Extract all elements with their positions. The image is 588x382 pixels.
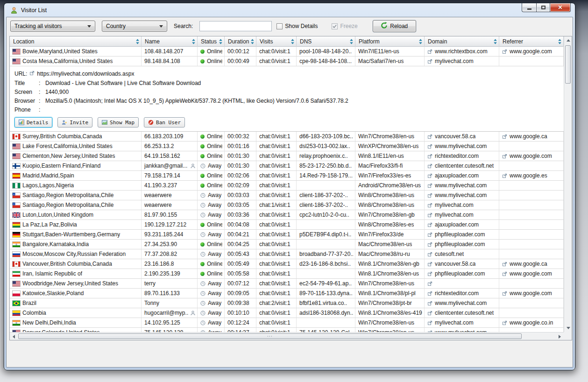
domain-link[interactable]: clientcenter.cutesoft.net [427, 163, 494, 169]
vertical-scrollbar-thumb[interactable] [565, 45, 571, 84]
referrer-link[interactable]: www.google.com [502, 153, 552, 159]
details-button[interactable]: Details [14, 117, 52, 127]
horizontal-scrollbar[interactable] [10, 332, 564, 340]
domain-link[interactable]: richtexteditor.com [427, 153, 479, 159]
visitor-row[interactable]: Bowie,Maryland,United States108.48.148.2… [10, 47, 564, 57]
visitor-row[interactable]: Luton,Luton,United Kingdom81.97.90.155Aw… [10, 210, 564, 220]
column-header-domain[interactable]: Domain [425, 36, 499, 47]
column-header-platform[interactable]: Platform [355, 36, 425, 47]
scroll-down-button[interactable] [564, 324, 572, 332]
detail-field-phone: Phone: [14, 105, 564, 114]
location-text: Woodbridge,New Jersey,United States [22, 280, 118, 287]
cell-domain: richtexteditor.com [425, 289, 499, 298]
visitor-row[interactable]: Santiago,Region Metropolitana,Chileweaer… [10, 200, 564, 210]
visitor-row[interactable]: Surrey,British Columbia,Canada66.183.203… [10, 132, 564, 141]
referrer-link[interactable]: www.google.es [502, 172, 547, 179]
visitor-row[interactable]: Iran, Islamic Republic of2.190.235.139On… [10, 269, 564, 279]
domain-link[interactable]: mylivechat.com [427, 202, 474, 208]
ban-user-button[interactable]: Ban User [144, 117, 185, 127]
visitor-row[interactable]: Colombiahugocarril@myp..Away00:10:10chat… [10, 308, 564, 318]
search-input[interactable] [199, 21, 272, 31]
tracking-filter-dropdown[interactable]: Tracking all visitors [10, 21, 95, 32]
column-header-dns[interactable]: DNS [297, 36, 355, 47]
duration-text: 00:02:09 [227, 182, 249, 189]
domain-link[interactable]: phpfileuploader.com [427, 270, 485, 277]
referrer-link[interactable]: www.google.ca [502, 133, 547, 140]
show-details-checkbox[interactable]: Show Details [276, 23, 318, 29]
visitor-row[interactable]: Clementon,New Jersey,United States64.19.… [10, 151, 564, 161]
visitor-url-link[interactable]: https://mylivechat.com/downloads.aspx [37, 71, 134, 77]
visitor-row[interactable]: Kuopio,Eastern Finland,Finlandjankkan@gm… [10, 161, 564, 171]
external-link-icon [502, 271, 507, 276]
domain-link[interactable]: ajaxuploader.com [427, 172, 479, 179]
invite-button[interactable]: Invite [57, 117, 92, 127]
scroll-left-button[interactable] [10, 332, 18, 340]
domain-link[interactable]: vancouver.58.ca [427, 133, 475, 140]
horizontal-scrollbar-thumb[interactable] [18, 333, 522, 339]
reload-button[interactable]: Reload [373, 20, 416, 32]
visitor-row[interactable]: Bangalore,Karnataka,India27.34.253.90Onl… [10, 240, 564, 249]
maximize-button[interactable] [536, 3, 550, 12]
dns-text: dsl253-013-002.lax.. [299, 143, 350, 149]
column-header-visits[interactable]: Visits [256, 36, 297, 47]
domain-link[interactable]: phpfileuploader.com [427, 231, 485, 238]
referrer-link[interactable]: www.google.com [502, 48, 552, 55]
visitor-row[interactable]: Moscow,Moscow City,Russian Federation77.… [10, 249, 564, 259]
domain-link[interactable]: clientcenter.cutesoft.net [427, 310, 494, 316]
cell-domain: mylivechat.com [425, 210, 499, 219]
duration-text: 00:09:05 [227, 290, 249, 297]
domain-link[interactable]: www.mylivechat.com [427, 300, 487, 306]
referrer-link[interactable]: www.google.co.in [502, 319, 553, 326]
domain-link[interactable]: vancouver.58.ca [427, 261, 475, 267]
location-text: Madrid,Madrid,Spain [22, 172, 74, 179]
show-map-button[interactable]: Show Map [98, 117, 139, 127]
detail-field-label: Screen [14, 89, 39, 95]
scroll-up-button[interactable] [564, 36, 572, 44]
vertical-scrollbar[interactable] [564, 36, 572, 332]
visitor-row[interactable]: Woodbridge,New Jersey,United Statesterry… [10, 279, 564, 289]
column-header-location[interactable]: Location [10, 36, 142, 47]
platform-text: Win8/Chrome38/en-us [358, 192, 414, 198]
domain-link[interactable]: www.mylivechat.com [427, 182, 487, 189]
visitor-row[interactable]: Stuttgart,Baden-Wurttemberg,Germany93.23… [10, 230, 564, 240]
referrer-link[interactable]: www.google.com [502, 270, 552, 277]
referrer-link[interactable]: www.google.com [502, 290, 552, 297]
domain-link[interactable]: mylivechat.com [427, 58, 474, 64]
domain-link[interactable]: cutesoft.net [427, 251, 464, 257]
column-header-referrer[interactable]: Referrer [499, 36, 564, 47]
visitor-row[interactable]: Costa Mesa,California,United States98.14… [10, 57, 564, 66]
minimize-button[interactable] [522, 3, 536, 12]
visitor-row[interactable]: Vancouver,British Columbia,Canada23.16.1… [10, 259, 564, 269]
domain-link[interactable]: mylivechat.com [427, 212, 474, 218]
domain-link[interactable]: www.mylivechat.com [427, 143, 487, 149]
cell-visits: chat:0/visit:1 [256, 141, 297, 151]
domain-link[interactable]: richtexteditor.com [427, 290, 479, 297]
visitor-row[interactable]: Santiago,Region Metropolitana,Chileweaer… [10, 191, 564, 200]
visitor-row[interactable]: BrazilTonnyAway00:09:38chat:2/visit:1bfb… [10, 298, 564, 308]
visitor-row[interactable]: New Delhi,Delhi,India14.102.95.125Away00… [10, 318, 564, 328]
domain-link[interactable] [427, 281, 435, 286]
visitor-row[interactable]: Lake Forest,California,United States66.2… [10, 141, 564, 151]
domain-link[interactable]: www.mylivechat.com [427, 192, 487, 198]
visitor-row[interactable]: Madrid,Madrid,Spain79.158.179.14Online00… [10, 171, 564, 181]
away-clock-icon [200, 281, 205, 286]
visitor-row[interactable]: Katowice,Slaskie,Poland89.70.116.133Away… [10, 289, 564, 298]
referrer-link[interactable]: www.google.ca [502, 261, 547, 267]
cell-domain [425, 279, 499, 288]
column-header-duration[interactable]: Duration [225, 36, 256, 47]
domain-link[interactable]: ajaxuploader.com [427, 221, 479, 228]
domain-link[interactable]: phpfileuploader.com [427, 241, 485, 248]
domain-link[interactable]: mylivechat.com [427, 319, 474, 326]
group-by-dropdown[interactable]: Country [102, 21, 167, 32]
cell-referrer [499, 240, 564, 249]
domain-link[interactable]: www.richtextbox.com [427, 48, 488, 55]
column-header-status[interactable]: Status [198, 36, 225, 47]
scroll-right-button[interactable] [556, 332, 564, 340]
cell-location: Costa Mesa,California,United States [10, 57, 142, 66]
detail-field-colon: : [39, 98, 45, 104]
visitor-row[interactable]: Lagos,Lagos,Nigeria41.190.3.237Online00:… [10, 181, 564, 191]
close-button[interactable]: ✕ [550, 3, 571, 12]
cell-status: Away [198, 249, 225, 259]
visitor-row[interactable]: La Paz,La Paz,Bolivia190.129.127.212Onli… [10, 220, 564, 230]
column-header-name[interactable]: Name [142, 36, 198, 47]
